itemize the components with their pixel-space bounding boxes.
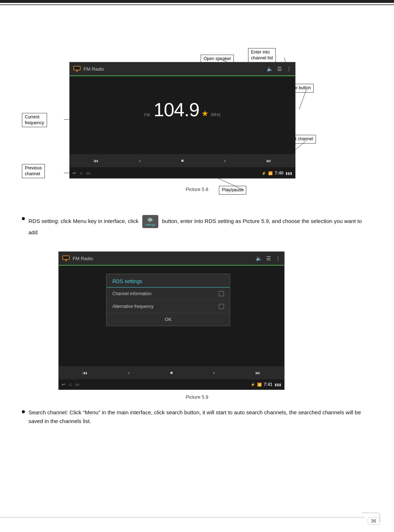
fm-icons-right-59: 🔈 ☰ ⋮ (256, 255, 281, 261)
list-icon[interactable]: ☰ (277, 66, 282, 72)
back-icon-59: ↩ (62, 382, 65, 387)
status-right: ⚡ 📶 7:40 ▮▮▮ (262, 171, 292, 176)
rds-channel-info-row[interactable]: Channel information (107, 287, 230, 300)
recents-icon: ▭ (86, 171, 90, 176)
volume-icon-59[interactable]: 🔈 (256, 255, 262, 261)
top-border-thick (0, 0, 394, 3)
home-icon-59: ⌂ (69, 382, 72, 387)
rds-alt-freq-label: Alternative frequency (112, 304, 219, 309)
rds-channel-info-label: Channel information (112, 291, 219, 296)
fm-title: FM Radio (84, 66, 267, 72)
bullet-section-2: Search channel: Click “Menu” in the main… (22, 408, 372, 429)
caption-59: Picture 5.9 (22, 394, 372, 400)
time-display-59: 7:41 (264, 382, 273, 387)
back-icon: ↩ (73, 171, 76, 176)
fm-green-line-59 (59, 265, 284, 266)
phone-screen-59: FM Radio 🔈 ☰ ⋮ RDS settings Channel info… (58, 251, 285, 390)
fm-controls: ⏮ ‹ ■ › ⏭ (70, 154, 295, 167)
rds-ok-button[interactable]: OK (107, 313, 230, 326)
fm-statusbar-59: ↩ ⌂ ▭ ⚡ 📶 7:41 ▮▮▮ (59, 379, 284, 390)
status-left: ↩ ⌂ ▭ (73, 171, 90, 176)
bullet-text-1: RDS setting: click Menu key in interface… (28, 215, 372, 237)
rds-channel-info-checkbox[interactable] (219, 291, 224, 296)
status-left-59: ↩ ⌂ ▭ (62, 382, 79, 387)
bullet-dot-1 (22, 217, 25, 220)
fm-titlebar-59: FM Radio 🔈 ☰ ⋮ (59, 252, 284, 265)
fm-mhz-label: MHz (211, 112, 221, 117)
fm-title-59: FM Radio (73, 256, 256, 261)
fm-icons-right: 🔈 ☰ ⋮ (267, 66, 291, 72)
next-channel-button[interactable]: › (224, 158, 226, 164)
status-right-59: ⚡ 📶 7:41 ▮▮▮ (251, 382, 281, 387)
stop-button-59[interactable]: ■ (170, 370, 173, 375)
wifi-icon-59: 📶 (257, 383, 262, 387)
prev-channel-button[interactable]: ‹ (139, 158, 141, 164)
wifi-icon: 📶 (268, 171, 273, 175)
bullet-item-2: Search channel: Click “Menu” in the main… (22, 408, 372, 426)
skip-prev-button-59[interactable]: ⏮ (82, 370, 88, 376)
fm-star-icon[interactable]: ★ (201, 109, 209, 118)
list-icon-59[interactable]: ☰ (266, 255, 271, 261)
fm-titlebar: FM Radio 🔈 ☰ ⋮ (70, 62, 295, 75)
svg-rect-11 (63, 256, 69, 259)
fm-frequency: 104.9 (154, 99, 199, 121)
bullet-item-1: RDS setting: click Menu key in interface… (22, 215, 372, 237)
bottom-line (0, 517, 365, 517)
signal-icon: ▮▮▮ (286, 171, 292, 175)
top-border-thin (0, 4, 394, 5)
page-number: 36 (368, 517, 379, 525)
callout-prev-channel: Previous channel (22, 164, 45, 178)
more-icon[interactable]: ⋮ (286, 66, 291, 72)
rds-alt-freq-row[interactable]: Alternative frequency (107, 300, 230, 313)
skip-next-button-59[interactable]: ⏭ (255, 370, 260, 376)
next-channel-button-59[interactable]: › (213, 370, 215, 376)
fm-statusbar-58: ↩ ⌂ ▭ ⚡ 📶 7:40 ▮▮▮ (70, 168, 295, 178)
more-icon-59[interactable]: ⋮ (275, 255, 281, 261)
recents-icon-59: ▭ (75, 382, 79, 387)
bullet-text-2: Search channel: Click “Menu” in the main… (28, 408, 372, 426)
svg-rect-12 (65, 260, 67, 261)
phone-screen-58: FM Radio 🔈 ☰ ⋮ FM 104.9 ★ MHz (69, 62, 296, 179)
prev-channel-button-59[interactable]: ‹ (128, 370, 130, 376)
time-display: 7:40 (275, 171, 283, 176)
main-content: Open speaker Enter into channel list Sav… (22, 11, 372, 510)
callout-current-freq: Current frequency (22, 113, 47, 127)
fm-band-label: FM (144, 113, 150, 117)
fm-radio-icon-59 (62, 255, 70, 261)
callout-enter-channel: Enter into channel list (248, 48, 276, 62)
rds-settings-icon: RDS settings (142, 215, 158, 228)
skip-prev-button[interactable]: ⏮ (93, 158, 98, 164)
usb-icon-59: ⚡ (251, 383, 255, 387)
bullet-section-1: RDS setting: click Menu key in interface… (22, 215, 372, 240)
svg-rect-9 (76, 70, 78, 72)
bullet-dot-2 (22, 410, 25, 413)
volume-icon[interactable]: 🔈 (267, 66, 273, 72)
play-pause-button[interactable]: ■ (181, 158, 184, 163)
signal-icon-59: ▮▮▮ (275, 383, 281, 387)
rds-dialog-title: RDS settings (107, 274, 230, 287)
fm-radio-icon (73, 66, 81, 72)
rds-settings-dialog: RDS settings Channel information Alterna… (106, 274, 230, 326)
svg-rect-8 (74, 67, 80, 70)
fm-controls-59: ⏮ ‹ ■ › ⏭ (59, 366, 284, 379)
rds-alt-freq-checkbox[interactable] (219, 304, 224, 309)
fm-green-line (70, 75, 295, 76)
usb-icon: ⚡ (262, 171, 266, 175)
home-icon: ⌂ (80, 171, 82, 176)
caption-58: Picture 5.8 (22, 186, 372, 192)
fm-freq-area: FM 104.9 ★ MHz (70, 84, 295, 135)
skip-next-button[interactable]: ⏭ (266, 158, 271, 164)
